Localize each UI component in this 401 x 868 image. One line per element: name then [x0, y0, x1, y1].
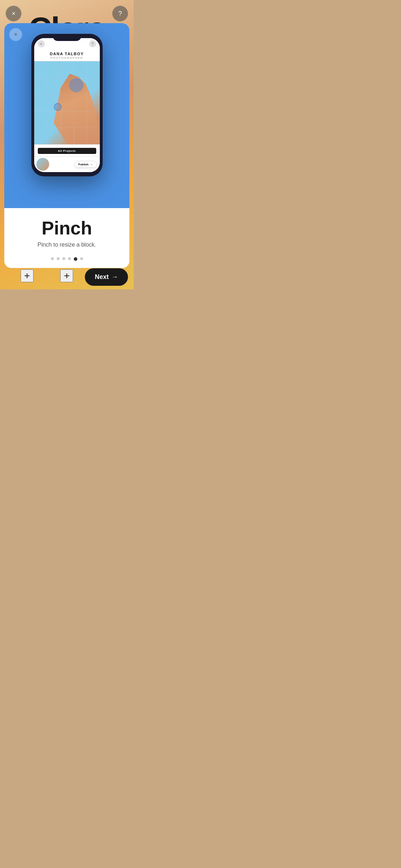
pinch-circle-large	[69, 78, 83, 92]
all-projects-button[interactable]: All Projects	[38, 148, 96, 154]
phone-notch	[53, 34, 81, 41]
toolbar-add-button-2[interactable]: +	[60, 269, 73, 282]
pagination-dot-5[interactable]	[74, 257, 77, 261]
phone-name: DANA TALBOY	[36, 52, 98, 56]
phone-name-block: DANA TALBOY PHOTOGRAPHER	[34, 49, 100, 61]
thumbnail-cell	[36, 158, 49, 171]
phone-role: PHOTOGRAPHER	[36, 56, 98, 60]
pagination-dot-6[interactable]	[80, 257, 83, 260]
pagination-dot-2[interactable]	[57, 257, 60, 260]
pagination-dot-4[interactable]	[68, 257, 71, 260]
toolbar-add-button-1[interactable]: +	[21, 269, 34, 282]
pinch-circle-small	[54, 103, 62, 111]
phone-help-icon: ?	[92, 42, 94, 46]
pagination-dots	[51, 257, 83, 261]
next-arrow-icon: →	[112, 273, 118, 281]
pagination-dot-1[interactable]	[51, 257, 54, 260]
publish-button[interactable]: Publish →	[74, 161, 97, 168]
modal-title: Pinch	[42, 219, 92, 237]
modal-top-section: × × ? DANA TALBOY PHOTOGRAPHER	[4, 23, 129, 208]
modal-bottom-section: Pinch Pinch to resize a block.	[4, 208, 129, 268]
background-help-button[interactable]: ?	[112, 6, 128, 21]
phone-mockup: × ? DANA TALBOY PHOTOGRAPHER	[31, 34, 103, 176]
modal-description: Pinch to resize a block.	[37, 241, 96, 249]
next-label: Next	[95, 273, 109, 281]
photo-hand	[34, 61, 100, 144]
plus-icon-2: +	[64, 270, 70, 281]
grid-overlay	[34, 61, 100, 144]
pagination-dot-3[interactable]	[62, 257, 65, 260]
plus-icon-1: +	[24, 270, 30, 281]
phone-help-button[interactable]: ?	[89, 40, 96, 47]
publish-label: Publish	[78, 163, 89, 166]
all-projects-area: All Projects	[34, 144, 100, 156]
modal-close-icon: ×	[14, 31, 17, 38]
phone-photo-area	[34, 61, 100, 144]
modal-close-button[interactable]: ×	[9, 28, 22, 41]
background-close-button[interactable]: ×	[6, 6, 21, 21]
tutorial-modal: × × ? DANA TALBOY PHOTOGRAPHER	[4, 23, 129, 268]
phone-close-icon: ×	[40, 42, 42, 46]
phone-close-button[interactable]: ×	[38, 40, 45, 47]
phone-screen: × ? DANA TALBOY PHOTOGRAPHER	[34, 38, 100, 172]
next-button[interactable]: Next →	[85, 268, 128, 286]
help-icon: ?	[118, 10, 122, 17]
close-icon: ×	[12, 10, 16, 17]
publish-arrow-icon: →	[90, 163, 93, 166]
phone-thumb-row: Publish →	[34, 156, 100, 172]
